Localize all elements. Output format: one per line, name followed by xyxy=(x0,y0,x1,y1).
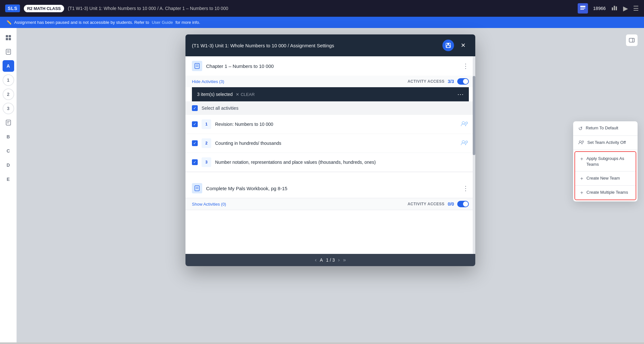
svg-rect-4 xyxy=(614,6,615,10)
clear-button[interactable]: ✕ CLEAR xyxy=(236,92,254,97)
set-team-activity-off-item[interactable]: Set Team Activity Off xyxy=(573,136,638,150)
svg-rect-13 xyxy=(6,120,11,125)
create-team-icon: + xyxy=(580,176,583,181)
set-team-activity-off-label: Set Team Activity Off xyxy=(587,140,626,145)
sidebar-item-e[interactable]: E xyxy=(3,173,14,185)
svg-rect-20 xyxy=(447,45,450,48)
activity-1-checkbox[interactable]: ✓ xyxy=(192,121,198,127)
chapter-2-header: Complete My Pals Workbook, pg 8-15 ⋮ xyxy=(185,179,475,198)
svg-rect-7 xyxy=(9,35,11,37)
svg-rect-1 xyxy=(580,8,585,8)
nav-breadcrumb: (T1 W1-3) Unit 1: Whole Numbers to 10 00… xyxy=(68,6,574,11)
top-navigation: SLS R2 MATH CLASS (T1 W1-3) Unit 1: Whol… xyxy=(0,0,644,17)
play-icon[interactable]: ▶ xyxy=(623,5,628,12)
selection-left: 3 item(s) selected ✕ CLEAR xyxy=(197,92,255,97)
save-button[interactable] xyxy=(442,40,454,51)
modal-scrollbar[interactable] xyxy=(473,56,475,254)
select-all-checkbox[interactable]: ✓ xyxy=(192,105,198,111)
create-new-team-item[interactable]: + Create New Team xyxy=(575,172,636,185)
clear-label: CLEAR xyxy=(241,92,254,97)
nav-right-actions: 18966 ▶ ☰ xyxy=(578,3,639,14)
next-page-button[interactable]: › xyxy=(338,257,340,263)
hide-activities-link[interactable]: Hide Activities (3) xyxy=(192,79,224,84)
activity-2-title: Counting in hundreds/ thousands xyxy=(215,141,457,146)
user-guide-link[interactable]: User Guide xyxy=(152,20,173,25)
apply-subgroups-icon: + xyxy=(580,156,583,162)
chapter-2-access-bar: Show Activities (0) ACTIVITY ACCESS 0/0 xyxy=(185,198,475,210)
select-all-label: Select all activities xyxy=(202,106,238,111)
svg-rect-21 xyxy=(195,63,199,69)
svg-rect-5 xyxy=(616,6,617,10)
sidebar-item-grid[interactable] xyxy=(3,32,14,43)
svg-point-27 xyxy=(466,141,468,143)
info-message: Assignment has been paused and is not ac… xyxy=(14,20,149,25)
activity-row-3: ✓ 3 Number notation, representations and… xyxy=(185,153,475,172)
activity-2-team-icon xyxy=(460,140,469,147)
activity-1-icon: 1 xyxy=(202,119,211,129)
svg-rect-2 xyxy=(580,9,584,10)
apply-subgroups-item[interactable]: + Apply Subgroups As Teams xyxy=(575,152,636,171)
class-badge[interactable]: R2 MATH CLASS xyxy=(24,5,64,12)
chapter-2-icon xyxy=(192,183,202,193)
sidebar-item-doc[interactable] xyxy=(3,46,14,58)
sidebar-item-1[interactable]: 1 xyxy=(3,74,14,86)
activity-access-toggle[interactable] xyxy=(457,78,469,85)
user-avatar xyxy=(578,3,588,14)
chapter-1-options-button[interactable]: ⋮ xyxy=(462,62,469,70)
main-layout: A 1 2 3 B C D E (T1 W1-3) Unit 1: Whole … xyxy=(0,28,644,342)
menu-icon[interactable]: ☰ xyxy=(633,5,639,12)
sidebar-item-b[interactable]: B xyxy=(3,131,14,143)
chapter-2-title: Complete My Pals Workbook, pg 8-15 xyxy=(206,186,287,191)
activity-access-label: ACTIVITY ACCESS xyxy=(408,79,445,84)
svg-rect-6 xyxy=(6,35,8,37)
modal-header: (T1 W1-3) Unit 1: Whole Numbers to 10 00… xyxy=(185,34,475,56)
activity-3-title: Number notation, representations and pla… xyxy=(215,160,469,165)
return-default-label: Return To Default xyxy=(586,125,618,131)
last-page-button[interactable]: » xyxy=(343,257,346,263)
dropdown-highlighted-group: + Apply Subgroups As Teams + Create New … xyxy=(574,151,636,200)
create-multiple-teams-item[interactable]: + Create Multiple Teams xyxy=(575,186,636,200)
content-area: (T1 W1-3) Unit 1: Whole Numbers to 10 00… xyxy=(17,28,644,342)
prev-page-button[interactable]: ‹ xyxy=(315,257,317,263)
page-number: 1 / 3 xyxy=(326,257,335,263)
activity-2-checkbox[interactable]: ✓ xyxy=(192,140,198,146)
activity-3-checkbox[interactable]: ✓ xyxy=(192,159,198,165)
select-all-row: ✓ Select all activities xyxy=(185,101,475,115)
info-bar: ✏️ Assignment has been paused and is not… xyxy=(0,17,644,28)
dropdown-menu: ↺ Return To Default Set Team Activity Of… xyxy=(573,121,638,201)
sidebar-item-3[interactable]: 3 xyxy=(3,103,14,114)
sidebar-item-notes[interactable] xyxy=(3,117,14,128)
activity-row-2: ✓ 2 Counting in hundreds/ thousands xyxy=(185,134,475,153)
svg-point-32 xyxy=(582,141,584,143)
sls-logo: SLS xyxy=(5,5,20,12)
sidebar: A 1 2 3 B C D E xyxy=(0,28,17,342)
chapter-2-options-button[interactable]: ⋮ xyxy=(462,184,469,192)
sidebar-item-d[interactable]: D xyxy=(3,159,14,171)
chapter-2-activity-access-label: ACTIVITY ACCESS xyxy=(408,202,445,206)
chapter-2-section: Complete My Pals Workbook, pg 8-15 ⋮ Sho… xyxy=(185,179,475,210)
sidebar-item-c[interactable]: C xyxy=(3,145,14,157)
chapter-1-section: Chapter 1 – Numbers to 10 000 ⋮ Hide Act… xyxy=(185,56,475,172)
sidebar-item-2[interactable]: 2 xyxy=(3,88,14,100)
right-panel-toggle[interactable] xyxy=(626,34,638,46)
modal-pagination: ‹ A 1 / 3 › » xyxy=(185,254,475,266)
chapter-1-header-left: Chapter 1 – Numbers to 10 000 xyxy=(192,61,274,71)
chapter-1-title: Chapter 1 – Numbers to 10 000 xyxy=(206,63,274,69)
selection-options-button[interactable]: ⋯ xyxy=(457,90,464,98)
chapter-2-access-right: ACTIVITY ACCESS 0/0 xyxy=(408,201,469,207)
create-multiple-icon: + xyxy=(580,190,583,196)
svg-rect-3 xyxy=(612,7,613,10)
access-right: ACTIVITY ACCESS 3/3 xyxy=(408,78,469,85)
chapter-1-access-bar: Hide Activities (3) ACTIVITY ACCESS 3/3 xyxy=(185,76,475,87)
svg-point-25 xyxy=(466,122,468,124)
svg-rect-19 xyxy=(447,43,449,45)
chapter-2-activity-access-toggle[interactable] xyxy=(457,201,469,207)
chart-icon[interactable] xyxy=(611,4,618,13)
svg-point-31 xyxy=(579,141,581,143)
modal-body: Chapter 1 – Numbers to 10 000 ⋮ Hide Act… xyxy=(185,56,475,254)
close-button[interactable]: ✕ xyxy=(457,40,469,51)
show-activities-link[interactable]: Show Activities (0) xyxy=(192,202,226,207)
create-new-team-label: Create New Team xyxy=(586,175,620,181)
sidebar-item-a[interactable]: A xyxy=(3,60,14,72)
return-to-default-item[interactable]: ↺ Return To Default xyxy=(573,121,638,135)
